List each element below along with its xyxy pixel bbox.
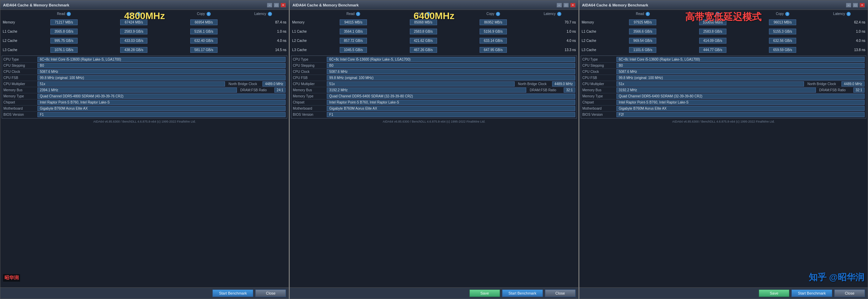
overlay-title: 高带宽低延迟模式 bbox=[685, 11, 761, 23]
col-header-copy: Copy i bbox=[169, 11, 239, 17]
title-bar: AIDA64 Cache & Memory Benchmark−□✕ bbox=[0, 0, 289, 10]
footer-text: AIDA64 v6.85.6300 / BenchDLL 4.6.875.8-x… bbox=[581, 119, 866, 124]
info-icon[interactable]: i bbox=[646, 12, 650, 16]
read-value-cell: 1101.6 GB/s bbox=[629, 47, 656, 53]
info-label: BIOS Version bbox=[293, 113, 327, 116]
info-icon[interactable]: i bbox=[268, 12, 272, 16]
row-label-l1-cache: L1 Cache bbox=[581, 28, 608, 35]
info-label: Memory Type bbox=[293, 94, 327, 98]
read-value: 1101.6 GB/s bbox=[608, 46, 678, 53]
save-button[interactable]: Save bbox=[759, 289, 789, 297]
info-extra-label: North Bridge Clock bbox=[518, 82, 552, 86]
info-icon[interactable]: i bbox=[67, 12, 71, 16]
read-value: 857.72 GB/s bbox=[318, 37, 388, 44]
read-value: 3565.8 GB/s bbox=[29, 28, 99, 35]
info-label: CPU Type bbox=[582, 58, 616, 61]
info-icon[interactable]: i bbox=[785, 12, 789, 16]
info-value: B0 bbox=[616, 63, 865, 68]
info-icon[interactable]: i bbox=[207, 12, 211, 16]
write-value-cell: 433.03 GB/s bbox=[120, 38, 147, 44]
info-row: Memory Bus3192.2 MHzDRAM:FSB Ratio32:1 bbox=[582, 87, 865, 93]
info-value: F1 bbox=[37, 112, 286, 117]
close-button[interactable]: ✕ bbox=[859, 3, 865, 7]
close-button[interactable]: Close bbox=[255, 289, 286, 297]
read-value: 3566.6 GB/s bbox=[608, 28, 678, 35]
close-button[interactable]: Close bbox=[545, 289, 576, 297]
info-value: Gigabyte B760M Aorus Elite AX bbox=[327, 106, 575, 111]
close-button[interactable]: ✕ bbox=[280, 3, 286, 7]
info-value: 6C+8c Intel Core i5-13600 (Raptor Lake-S… bbox=[327, 57, 575, 62]
write-value-cell: 467.26 GB/s bbox=[410, 47, 437, 53]
read-value-cell: 857.72 GB/s bbox=[340, 38, 367, 44]
start-benchmark-button[interactable]: Start Benchmark bbox=[212, 289, 253, 297]
row-label-l3-cache: L3 Cache bbox=[291, 46, 318, 53]
write-value: 467.26 GB/s bbox=[388, 46, 458, 53]
write-value-cell: 444.77 GB/s bbox=[699, 47, 726, 53]
latency-value: 70.7 ns bbox=[528, 19, 577, 26]
row-label-l2-cache: L2 Cache bbox=[291, 37, 318, 44]
copy-value-cell: 581.17 GB/s bbox=[190, 47, 218, 53]
maximize-button[interactable]: □ bbox=[853, 3, 858, 7]
title-bar: AIDA64 Cache & Memory Benchmark−□✕ bbox=[290, 0, 578, 10]
read-value-cell: 94015 MB/s bbox=[340, 19, 367, 25]
copy-value-cell: 632.56 GB/s bbox=[769, 38, 796, 44]
info-label: Memory Bus bbox=[582, 88, 616, 92]
row-label-memory: Memory bbox=[291, 19, 318, 26]
info-extra-label: DRAM:FSB Ratio bbox=[530, 88, 564, 92]
info-row: CPU SteppingB0 bbox=[3, 63, 286, 69]
info-value: 3192.2 MHz bbox=[327, 88, 526, 93]
info-row: CPU Clock5087.6 MHz bbox=[582, 69, 865, 75]
minimize-button[interactable]: − bbox=[557, 3, 562, 7]
info-value: 51x bbox=[37, 81, 225, 86]
info-extra-value: 24:1 bbox=[274, 88, 286, 93]
info-icon[interactable]: i bbox=[557, 12, 561, 16]
latency-value: 1.0 ns bbox=[239, 28, 287, 35]
copy-value-cell: 96013 MB/s bbox=[769, 19, 796, 25]
minimize-button[interactable]: − bbox=[846, 3, 851, 7]
col-header-latency: Latency i bbox=[239, 11, 287, 17]
info-row: CPU Multiplier51xNorth Bridge Clock4489.… bbox=[3, 81, 286, 87]
minimize-button[interactable]: − bbox=[267, 3, 272, 7]
read-value: 3564.1 GB/s bbox=[318, 28, 388, 35]
info-row: CPU FSB99.8 MHz (original: 100 MHz) bbox=[3, 75, 286, 81]
info-label: Motherboard bbox=[3, 107, 37, 110]
info-label: CPU Type bbox=[3, 58, 37, 61]
read-value-cell: 969.54 GB/s bbox=[629, 38, 656, 44]
copy-value-cell: 5156.9 GB/s bbox=[480, 29, 507, 34]
info-row: CPU Type6C+8c Intel Core i5-13600 (Rapto… bbox=[582, 57, 865, 63]
write-value: 444.77 GB/s bbox=[678, 46, 748, 53]
save-button[interactable]: Save bbox=[469, 289, 500, 297]
info-label: CPU Stepping bbox=[582, 64, 616, 67]
bench-row: L2 Cache857.72 GB/s421.62 GB/s633.14 GB/… bbox=[291, 37, 577, 44]
bench-row: L3 Cache1045.5 GB/s467.26 GB/s647.95 GB/… bbox=[291, 46, 577, 53]
maximize-button[interactable]: □ bbox=[563, 3, 569, 7]
info-label: BIOS Version bbox=[3, 113, 37, 116]
col-header-read: Read i bbox=[608, 11, 678, 17]
close-button[interactable]: ✕ bbox=[570, 3, 576, 7]
bench-row: L1 Cache3566.6 GB/s2583.8 GB/s5155.3 GB/… bbox=[581, 28, 866, 35]
info-row: CPU Multiplier51xNorth Bridge Clock4489.… bbox=[582, 81, 865, 87]
copy-value-cell: 633.14 GB/s bbox=[480, 38, 507, 44]
info-icon[interactable]: i bbox=[356, 12, 360, 16]
info-extra-value: 32:1 bbox=[853, 88, 865, 93]
zhihu-watermark: 知乎 @昭华润 bbox=[809, 271, 864, 283]
info-extra-label: North Bridge Clock bbox=[228, 82, 262, 86]
info-icon[interactable]: i bbox=[496, 12, 500, 16]
read-value: 71217 MB/s bbox=[29, 19, 99, 26]
col-header-copy: Copy i bbox=[458, 11, 528, 17]
close-button[interactable]: Close bbox=[834, 289, 865, 297]
info-value: F1 bbox=[327, 112, 575, 117]
start-benchmark-button[interactable]: Start Benchmark bbox=[502, 289, 543, 297]
info-section: CPU Type6C+8c Intel Core i5-13600 (Rapto… bbox=[581, 56, 866, 119]
info-label: Memory Type bbox=[582, 94, 616, 98]
maximize-button[interactable]: □ bbox=[274, 3, 279, 7]
info-icon[interactable]: i bbox=[847, 12, 851, 16]
start-benchmark-button[interactable]: Start Benchmark bbox=[791, 289, 832, 297]
row-label-l1-cache: L1 Cache bbox=[291, 28, 318, 35]
bench-row: L3 Cache1101.6 GB/s444.77 GB/s659.59 GB/… bbox=[581, 46, 866, 53]
info-value: F2f bbox=[616, 112, 865, 117]
info-label: Memory Type bbox=[3, 94, 37, 98]
info-section: CPU Type6C+8c Intel Core i5-13600 (Rapto… bbox=[2, 56, 287, 119]
window-title: AIDA64 Cache & Memory Benchmark bbox=[3, 3, 69, 7]
info-extra-value: 4489.0 MHz bbox=[262, 81, 286, 86]
